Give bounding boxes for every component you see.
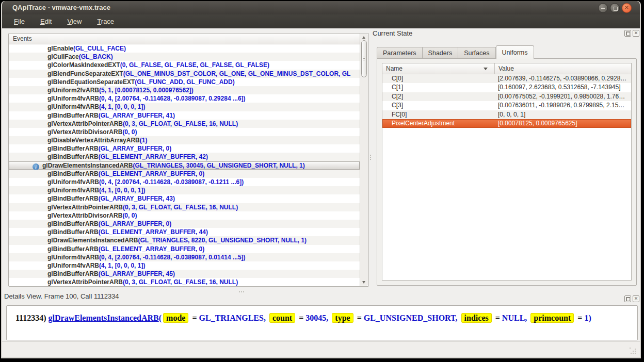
event-function: glVertexAttribDivisorARB <box>47 128 122 136</box>
details-dock-float-icon[interactable] <box>624 295 631 302</box>
event-row[interactable]: iglBindBufferARB(GL_ARRAY_BUFFER, 41) <box>9 111 360 120</box>
event-row[interactable]: iglBindBufferARB(GL_ARRAY_BUFFER, 0) <box>9 220 360 228</box>
uniform-name: PixelCenterAdjustment <box>382 119 495 128</box>
event-row[interactable]: iglBindBufferARB(GL_ELEMENT_ARRAY_BUFFER… <box>9 245 360 253</box>
event-function: glBindBufferARB <box>47 195 99 202</box>
maximize-icon[interactable] <box>610 3 620 13</box>
param-value-type: GL_UNSIGNED_SHORT, <box>364 314 460 322</box>
event-args: (GL_ARRAY_BUFFER, 0) <box>99 145 172 152</box>
uniform-row[interactable]: C[1][0.160097, 2.623683, 0.5312658, -7.1… <box>382 83 631 92</box>
tab-surfaces[interactable]: Surfaces <box>458 47 495 59</box>
menu-item-view[interactable]: View <box>61 15 87 27</box>
column-header-name[interactable]: Name <box>382 63 495 74</box>
close-icon[interactable] <box>622 3 632 13</box>
param-value-primcount: 1) <box>584 314 591 322</box>
event-args: (0, 4, [2.00764, -0.114628, -0.0389087, … <box>99 178 244 186</box>
dock-close-icon[interactable] <box>633 30 639 37</box>
event-args: (1) <box>140 137 148 144</box>
event-row[interactable]: iglUniform4fvARB(4, 1, [0, 0, 0, 1]) <box>9 103 360 111</box>
event-args: (0, 4, [2.00764, -0.114628, -0.0389087, … <box>99 254 246 261</box>
event-row[interactable]: iglBindBufferARB(GL_ARRAY_BUFFER, 45) <box>9 270 360 278</box>
uniform-value: [0, 0, 0, 1] <box>495 110 631 119</box>
event-args: (GL_ELEMENT_ARRAY_BUFFER, 0) <box>99 245 205 253</box>
event-function: glUniform4fvARB <box>47 254 99 261</box>
event-row[interactable]: iglBindBufferARB(GL_ELEMENT_ARRAY_BUFFER… <box>9 228 360 236</box>
event-row[interactable]: iglDisableVertexAttribArrayARB(1) <box>9 136 360 144</box>
event-row[interactable]: iglVertexAttribDivisorARB(0, 0) <box>9 128 360 136</box>
call-function-link[interactable]: glDrawElementsInstancedARB <box>49 314 159 322</box>
tab-shaders[interactable]: Shaders <box>423 47 459 59</box>
event-args: (GL_TRIANGLES, 30045, GL_UNSIGNED_SHORT,… <box>133 162 304 169</box>
event-row[interactable]: iglVertexAttribPointerARB(0, 3, GL_FLOAT… <box>9 203 360 211</box>
vertical-splitter[interactable] <box>369 154 371 161</box>
event-args: (GL_ELEMENT_ARRAY_BUFFER, 42) <box>99 153 208 160</box>
tab-uniforms[interactable]: Uniforms <box>496 45 534 59</box>
uniform-row[interactable]: FC[0][0, 0, 0, 1] <box>382 110 631 119</box>
minimize-icon[interactable] <box>598 3 608 13</box>
event-row[interactable]: iglColorMaskIndexedEXT(0, GL_FALSE, GL_F… <box>9 61 360 69</box>
event-row[interactable]: iglBindBufferARB(GL_ARRAY_BUFFER, 0) <box>9 144 360 153</box>
event-function: glEnable <box>47 45 73 52</box>
event-row[interactable]: iglCullFace(GL_BACK) <box>9 53 360 61</box>
current-state-title: Current State <box>373 29 412 37</box>
event-row[interactable]: iglBindBufferARB(GL_ELEMENT_ARRAY_BUFFER… <box>9 170 360 178</box>
menu-item-trace[interactable]: Trace <box>91 15 120 27</box>
event-row[interactable]: iglUniform2fvARB(5, 1, [0.00078125, 0.00… <box>9 86 360 94</box>
event-row[interactable]: iglBlendFuncSeparateEXT(GL_ONE_MINUS_DST… <box>9 70 360 78</box>
param-name-mode: mode <box>163 313 188 323</box>
event-args: (0, 3, GL_FLOAT, GL_FALSE, 16, NULL) <box>123 120 238 127</box>
event-row[interactable]: iglEnable(GL_CULL_FACE) <box>9 44 360 53</box>
events-scrollbar[interactable] <box>360 34 368 286</box>
menu-item-file[interactable]: File <box>8 15 30 27</box>
event-function: glBindBufferARB <box>47 153 99 160</box>
event-function: glBindBufferARB <box>47 170 99 177</box>
event-row[interactable]: iglUniform4fvARB(4, 1, [0, 0, 0, 1]) <box>9 186 360 194</box>
uniform-value: [0.007636011, -0.1989026, 0.9799895, 2.1… <box>495 101 631 110</box>
event-function: glVertexAttribDivisorARB <box>47 212 122 219</box>
event-row[interactable]: iglUniform4fvARB(0, 4, [2.00764, -0.1146… <box>9 178 360 186</box>
param-name-count: count <box>269 313 295 323</box>
details-view-title: Details View. Frame 100, Call 1112334 <box>4 292 119 300</box>
details-dock-close-icon[interactable] <box>633 295 639 302</box>
menu-item-edit[interactable]: Edit <box>35 15 57 27</box>
event-row[interactable]: iglUniform4fvARB(4, 1, [0, 0, 0, 1]) <box>9 261 360 270</box>
event-row[interactable]: iglDrawElementsInstancedARB(GL_TRIANGLES… <box>9 236 360 244</box>
event-row[interactable]: iglDrawElementsInstancedARB(GL_TRIANGLES… <box>9 161 360 170</box>
titlebar[interactable]: QApiTrace - vmware-vmx.trace <box>2 1 640 14</box>
column-header-value[interactable]: Value <box>495 63 631 74</box>
dock-float-icon[interactable] <box>624 30 631 37</box>
horizontal-splitter[interactable] <box>238 290 245 293</box>
event-row[interactable]: iglUniform4fvARB(0, 4, [2.00764, -0.1146… <box>9 94 360 103</box>
event-function: glBlendEquationSeparateEXT <box>47 78 135 86</box>
event-row[interactable]: iglBlendEquationSeparateEXT(GL_FUNC_ADD,… <box>9 78 360 86</box>
event-args: (GL_CULL_FACE) <box>73 45 126 52</box>
event-row[interactable]: iglUniform4fvARB(0, 4, [2.00764, -0.1146… <box>9 253 360 261</box>
event-function: glVertexAttribPointerARB <box>47 278 123 286</box>
events-viewport: Events iglEnable(GL_CULL_FACE)iglCullFac… <box>9 34 360 286</box>
event-row[interactable]: iglVertexAttribPointerARB(0, 3, GL_FLOAT… <box>9 278 360 286</box>
event-args: (GL_ARRAY_BUFFER, 0) <box>99 220 172 227</box>
param-value-count: 30045, <box>305 314 330 322</box>
scrollbar-thumb[interactable] <box>361 40 367 77</box>
scroll-down-icon[interactable] <box>362 281 365 284</box>
event-row[interactable]: iglVertexAttribDivisorARB(0, 0) <box>9 211 360 220</box>
event-args: (0, 3, GL_FLOAT, GL_FALSE, 16, NULL) <box>123 204 238 211</box>
event-args: (0, 0) <box>122 212 137 219</box>
uniform-row[interactable]: C[0][2.007639, -0.1146275, -0.03890866, … <box>382 74 631 83</box>
event-function: glDrawElementsInstancedARB <box>47 237 138 244</box>
event-function: glBlendFuncSeparateEXT <box>47 70 123 77</box>
resize-grip-icon[interactable] <box>630 348 637 355</box>
uniform-row[interactable]: PixelCenterAdjustment[0.00078125, 0.0009… <box>382 119 631 128</box>
event-args: (4, 1, [0, 0, 0, 1]) <box>99 262 145 269</box>
event-args: (GL_ARRAY_BUFFER, 41) <box>99 112 175 119</box>
uniforms-table: Name Value C[0][2.007639, -0.1146275, -0… <box>382 63 632 281</box>
event-row[interactable]: iglBindBufferARB(GL_ARRAY_BUFFER, 43) <box>9 194 360 203</box>
event-row[interactable]: iglBindBufferARB(GL_ELEMENT_ARRAY_BUFFER… <box>9 153 360 161</box>
uniform-row[interactable]: C[2][0.007675052, -0.1999201, 0.9850028,… <box>382 92 631 101</box>
uniform-row[interactable]: C[3][0.007636011, -0.1989026, 0.9799895,… <box>382 101 631 110</box>
event-row[interactable]: iglVertexAttribPointerARB(0, 3, GL_FLOAT… <box>9 120 360 128</box>
event-args: (0, GL_FALSE, GL_FALSE, GL_FALSE, GL_FAL… <box>120 61 269 69</box>
scroll-up-icon[interactable] <box>362 36 365 39</box>
tab-parameters[interactable]: Parameters <box>377 47 423 59</box>
uniform-name: C[1] <box>382 83 495 92</box>
